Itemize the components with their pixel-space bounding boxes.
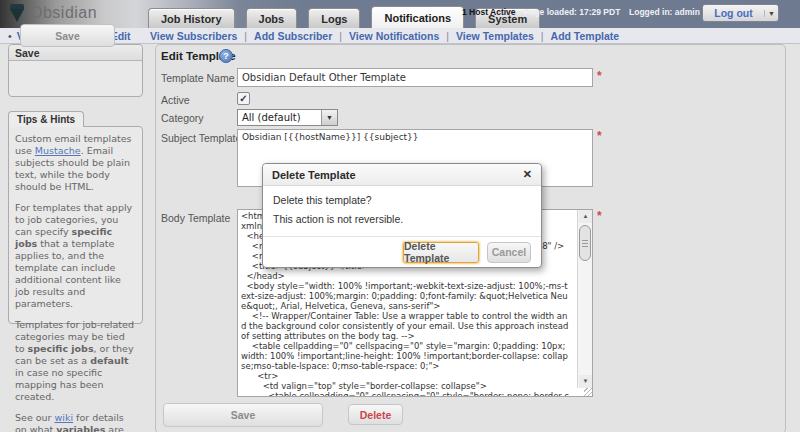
required-marker: *: [597, 69, 602, 83]
save-panel-title: Save: [9, 45, 142, 61]
delete-button[interactable]: Delete: [348, 404, 403, 425]
save-panel: Save: [8, 44, 143, 97]
tab-logs[interactable]: Logs: [308, 8, 360, 28]
header-bar: Obsidian Job History Jobs Logs Notificat…: [0, 0, 800, 28]
logout-label: Log out: [703, 7, 764, 19]
app-name: Obsidian: [30, 4, 97, 22]
active-checkbox[interactable]: ✓: [237, 92, 250, 105]
link-view-notifications[interactable]: View Notifications: [349, 30, 439, 42]
dialog-message: This action is not reversible.: [273, 213, 403, 225]
link-view-templates[interactable]: View Templates: [456, 30, 534, 42]
dialog-title: Delete Template: [272, 169, 523, 181]
tips-panel: Custom email templates use Mustache. Ema…: [8, 126, 143, 324]
link-add-subscriber[interactable]: Add Subscriber: [254, 30, 332, 42]
body-template-scrollbar[interactable]: ▲ ▼: [577, 210, 592, 388]
tips-paragraph: Templates for job-related categories may…: [15, 319, 136, 403]
dialog-header: Delete Template ✕: [263, 164, 541, 186]
link-separator: |: [339, 30, 342, 42]
confirm-delete-button[interactable]: Delete Template: [403, 242, 479, 263]
tab-job-history[interactable]: Job History: [148, 8, 235, 28]
dialog-footer: Delete Template Cancel: [263, 236, 541, 267]
check-icon: ✓: [239, 93, 247, 104]
tip-link[interactable]: Mustache: [35, 145, 81, 156]
tip-text: default: [90, 355, 128, 366]
link-view-subscribers[interactable]: View Subscribers: [150, 30, 237, 42]
dialog-message: Delete this template?: [273, 194, 372, 206]
required-marker: *: [597, 209, 602, 223]
close-icon[interactable]: ✕: [523, 168, 532, 181]
active-label: Active: [161, 94, 190, 106]
template-name-input[interactable]: [237, 68, 593, 87]
scrollbar-thumb[interactable]: [579, 225, 591, 261]
chevron-down-icon: ▼: [764, 10, 778, 17]
tips-paragraph: See our wiki for details on what variabl…: [15, 412, 136, 432]
required-marker: *: [597, 129, 602, 143]
page-loaded-label: Page loaded: 17:29 PDT: [524, 7, 620, 17]
category-selected-value: All (default): [238, 112, 321, 123]
cancel-button[interactable]: Cancel: [487, 242, 531, 263]
tab-jobs[interactable]: Jobs: [246, 8, 298, 28]
obsidian-logo-icon: [9, 4, 25, 23]
body-template-label: Body Template: [161, 212, 230, 224]
dropdown-arrow-icon: ▼: [321, 110, 337, 125]
subnav-links: View Subscribers | Add Subscriber | View…: [150, 30, 619, 42]
link-separator: |: [541, 30, 544, 42]
category-label: Category: [161, 112, 204, 124]
tip-text: in case no specific mapping has been cre…: [15, 367, 103, 402]
tips-panel-title: Tips & Hints: [8, 111, 84, 127]
link-separator: |: [244, 30, 247, 42]
logout-button[interactable]: Log out ▼: [702, 4, 779, 22]
subject-template-label: Subject Template: [161, 132, 241, 144]
link-add-template[interactable]: Add Template: [551, 30, 620, 42]
tip-text: specific jobs: [28, 343, 94, 354]
scroll-up-icon[interactable]: ▲: [579, 210, 592, 223]
template-name-label: Template Name: [161, 72, 235, 84]
textarea-resize-grip-icon[interactable]: [584, 388, 593, 397]
tip-text: variables: [56, 424, 105, 432]
sidebar-save-button[interactable]: Save: [20, 24, 115, 47]
tip-text: See our: [15, 412, 55, 423]
category-select[interactable]: All (default) ▼: [237, 109, 338, 126]
subnav-bar: • View Templates > Edit View Subscribers…: [0, 28, 800, 44]
tips-paragraph: For templates that apply to job categori…: [15, 202, 136, 310]
link-separator: |: [446, 30, 449, 42]
help-icon[interactable]: ?: [219, 49, 233, 63]
tips-paragraph: Custom email templates use Mustache. Ema…: [15, 133, 136, 193]
logged-in-label: Logged in: admin: [629, 7, 700, 17]
scroll-down-icon[interactable]: ▼: [579, 375, 592, 388]
bullet-icon: •: [8, 30, 12, 42]
host-status: 1 Host Active: [462, 7, 516, 17]
delete-template-dialog: Delete Template ✕ Delete this template? …: [262, 163, 542, 268]
tab-notifications[interactable]: Notifications: [371, 6, 464, 28]
save-button[interactable]: Save: [163, 403, 323, 427]
tip-link[interactable]: wiki: [55, 412, 74, 423]
